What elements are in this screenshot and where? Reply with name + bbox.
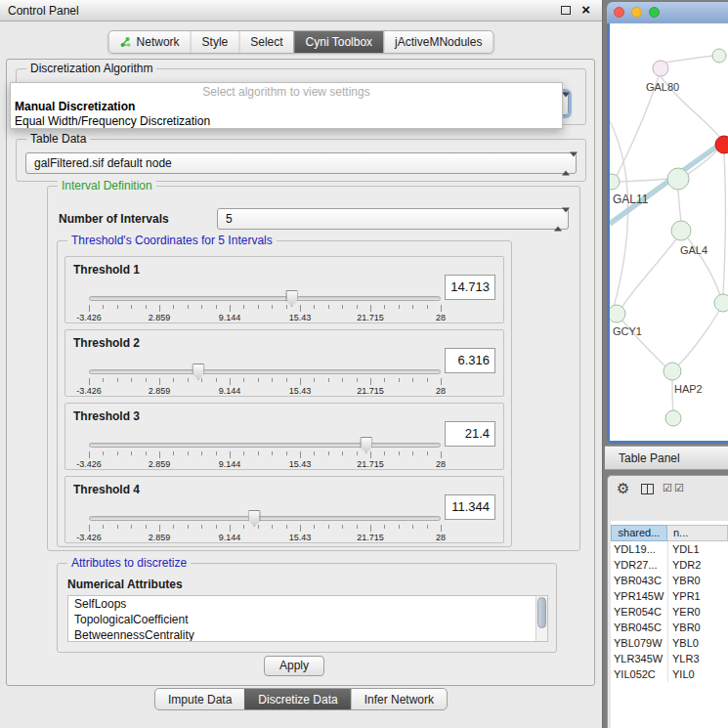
table-row[interactable]: YIL052C YIL0 (611, 666, 728, 682)
threshold-1-slider[interactable] (89, 296, 441, 301)
tab-label: Network (137, 35, 180, 49)
control-panel-titlebar: Control Panel × (0, 0, 602, 21)
threshold-4-value[interactable]: 11.344 (445, 494, 495, 520)
table-cell[interactable]: YDR27... (611, 557, 667, 573)
tab-discretize-data[interactable]: Discretize Data (244, 689, 350, 709)
stepper-icon[interactable] (554, 213, 563, 226)
table-row[interactable]: YBL079W YBL0 (611, 635, 728, 651)
table-cell[interactable]: YLR345W (611, 651, 667, 666)
tab-cyni-toolbox[interactable]: Cyni Toolbox (294, 31, 383, 53)
tab-jactivemnodules[interactable]: jActiveMNodules (383, 31, 492, 53)
attributes-group-title: Attributes to discretize (67, 556, 191, 570)
dropdown-item-manual-discretization[interactable]: Manual Discretization (11, 99, 562, 113)
control-panel-window: Control Panel × Network Style Select Cyn… (0, 0, 603, 728)
table-row[interactable]: YBR043C YBR0 (611, 573, 728, 588)
zoom-button[interactable] (649, 7, 660, 18)
slider-tick-labels: -3.426 2.859 9.144 15.43 21.715 28 (89, 459, 441, 469)
network-canvas[interactable]: GAL80 GAL11 GAL4 GCY1 HAP2 (610, 23, 728, 441)
list-item[interactable]: BetweennessCentrality (68, 627, 547, 642)
scrollbar-thumb[interactable] (537, 597, 546, 628)
network-node[interactable] (610, 305, 625, 322)
table-row[interactable]: YLR345W YLR3 (611, 651, 728, 666)
table-row[interactable]: YPR145W YPR1 (611, 588, 728, 604)
network-node[interactable] (714, 294, 728, 312)
network-node[interactable] (653, 61, 668, 76)
table-cell[interactable]: YDL1 (667, 541, 728, 557)
table-cell[interactable]: YBR045C (611, 620, 667, 635)
tab-infer-network[interactable]: Infer Network (351, 689, 447, 709)
node-label: HAP2 (674, 383, 703, 395)
apply-button[interactable]: Apply (264, 656, 324, 676)
slider-tick-labels: -3.426 2.859 9.144 15.43 21.715 28 (89, 386, 441, 396)
table-cell[interactable]: YBL079W (611, 635, 667, 651)
network-node[interactable] (712, 49, 726, 63)
table-cell[interactable]: YBR043C (611, 573, 667, 588)
tick-label: 15.43 (289, 459, 312, 469)
select-all-icon[interactable]: ☑ (663, 482, 672, 494)
attributes-list-scrollbar[interactable] (535, 596, 547, 641)
columns-icon[interactable] (641, 484, 654, 494)
network-node[interactable] (610, 174, 620, 190)
table-data-select[interactable]: galFiltered.sif default node (25, 152, 577, 174)
table-cell[interactable]: YLR3 (667, 651, 728, 666)
threshold-3-slider[interactable] (89, 443, 441, 448)
threshold-2-value[interactable]: 6.316 (445, 348, 495, 373)
tab-select[interactable]: Select (238, 31, 293, 53)
table-rows: YDL19... YDL1 YDR27... YDR2 YBR043C YBR0… (611, 541, 728, 682)
table-cell[interactable]: YER054C (611, 604, 667, 620)
dropdown-item-equal-width-frequency[interactable]: Equal Width/Frequency Discretization (11, 113, 562, 128)
threshold-3-label: Threshold 3 (73, 409, 140, 423)
tick-label: -3.426 (76, 459, 102, 469)
network-node[interactable] (665, 410, 681, 426)
node-label: GCY1 (613, 325, 642, 337)
node-label: GAL11 (613, 193, 649, 206)
network-node-selected[interactable] (715, 136, 728, 153)
table-window: ⚙ ☑ ☑ shared... n... YDL19... YDL1 YDR27… (607, 475, 728, 728)
attributes-group: Attributes to discretize Numerical Attri… (57, 563, 557, 653)
threshold-2-panel: Threshold 2 -3.426 2.859 9.144 15.43 21.… (64, 329, 504, 397)
num-intervals-select[interactable]: 5 (217, 208, 569, 230)
network-view-window: GAL80 GAL11 GAL4 GCY1 HAP2 (607, 2, 728, 444)
tab-network[interactable]: Network (109, 31, 191, 53)
tab-label: Select (250, 35, 282, 49)
table-cell[interactable]: YPR145W (611, 588, 667, 604)
thresholds-group-title: Threshold's Coordinates for 5 Intervals (67, 234, 277, 247)
table-cell[interactable]: YER0 (667, 604, 728, 620)
threshold-4-slider[interactable] (89, 516, 441, 521)
tab-label: Discretize Data (258, 693, 337, 707)
table-cell[interactable]: YIL0 (667, 666, 728, 682)
table-cell[interactable]: YBR0 (667, 620, 728, 635)
list-item[interactable]: SelfLoops (68, 596, 547, 612)
threshold-2-slider[interactable] (89, 369, 441, 374)
minimize-button[interactable] (631, 7, 642, 18)
table-row[interactable]: YDL19... YDL1 (611, 541, 728, 557)
numerical-attributes-label: Numerical Attributes (67, 578, 183, 591)
table-row[interactable]: YBR045C YBR0 (611, 620, 728, 635)
table-cell[interactable]: YDL19... (611, 541, 667, 557)
table-row[interactable]: YDR27... YDR2 (611, 557, 728, 573)
network-node[interactable] (664, 363, 681, 380)
tick-label: 28 (436, 533, 446, 542)
list-item[interactable]: TopologicalCoefficient (68, 612, 547, 627)
network-node[interactable] (671, 221, 691, 240)
table-cell[interactable]: YPR1 (667, 588, 728, 604)
tick-label: 21.715 (357, 386, 384, 396)
stepper-icon[interactable] (562, 157, 571, 170)
float-window-icon[interactable] (561, 6, 571, 15)
network-node[interactable] (667, 168, 689, 190)
close-button[interactable] (614, 7, 624, 18)
threshold-3-value[interactable]: 21.4 (445, 421, 495, 447)
column-header-name[interactable]: n... (667, 525, 728, 541)
table-cell[interactable]: YBR0 (667, 573, 728, 588)
threshold-1-value[interactable]: 14.713 (445, 275, 495, 300)
column-header-shared-name[interactable]: shared... (611, 525, 667, 541)
tab-style[interactable]: Style (191, 31, 239, 53)
tab-impute-data[interactable]: Impute Data (155, 689, 244, 709)
gear-icon[interactable]: ⚙ (617, 480, 629, 497)
table-row[interactable]: YER054C YER0 (611, 604, 728, 620)
select-none-icon[interactable]: ☑ (674, 482, 684, 494)
table-cell[interactable]: YDR2 (667, 557, 728, 573)
close-icon[interactable]: × (581, 1, 590, 18)
table-cell[interactable]: YIL052C (611, 666, 667, 682)
table-cell[interactable]: YBL0 (667, 635, 728, 651)
